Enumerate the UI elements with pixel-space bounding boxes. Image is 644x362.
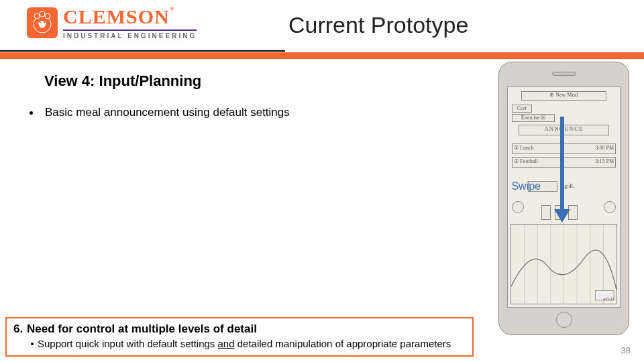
sketch-avgd: AVGD: [602, 296, 614, 302]
need-sub-pre: Support quick input with default setting…: [38, 338, 218, 349]
logo-main: CLEMSON®: [63, 5, 197, 28]
sketch-graph-svg: [511, 225, 616, 304]
tiger-paw-icon: [27, 7, 58, 38]
svg-point-1: [34, 13, 40, 19]
sketch-bar-1: [541, 205, 551, 220]
view-title: View 4: Input/Planning: [44, 72, 201, 90]
logo: CLEMSON® INDUSTRIAL ENGINEERING: [27, 5, 197, 40]
swipe-arrow-icon: [558, 117, 566, 224]
logo-text: CLEMSON® INDUSTRIAL ENGINEERING: [63, 5, 197, 40]
header-underline: [0, 50, 285, 52]
phone-speaker: [552, 72, 576, 76]
need-title: 6.Need for control at multiple levels of…: [13, 322, 466, 336]
need-sub-and: and: [218, 338, 235, 349]
sub-bullet-icon: [31, 343, 34, 345]
sketch-row2-right: 3:15 PM: [595, 158, 614, 165]
svg-point-3: [40, 11, 45, 17]
logo-sub: INDUSTRIAL ENGINEERING: [63, 32, 197, 40]
sketch-right-knob: [604, 201, 616, 213]
sketch-row2-left: ② Football: [514, 158, 538, 165]
need-number: 6.: [13, 322, 27, 336]
svg-point-2: [45, 13, 50, 19]
swipe-label: Swipe: [511, 180, 541, 192]
sketch-new-meal: ⊕ New Meal: [521, 91, 606, 101]
need-sub: Support quick input with default setting…: [31, 337, 466, 351]
phone-home-button: [556, 312, 572, 328]
bullet-dot-icon: [30, 111, 33, 115]
need-sub-post: detailed manipulation of appropriate par…: [235, 338, 451, 349]
arrow-head: [554, 209, 570, 223]
slide: CLEMSON® INDUSTRIAL ENGINEERING Current …: [0, 0, 644, 362]
svg-point-4: [40, 21, 41, 22]
logo-main-text: CLEMSON: [63, 5, 170, 27]
bullet-1: Basic meal announcement using default se…: [27, 106, 290, 119]
sketch-row1-left: ① Lunch: [514, 145, 533, 152]
sketch-graph: AVGD: [511, 224, 617, 304]
arrow-line: [560, 117, 564, 210]
svg-point-5: [44, 21, 45, 22]
page-number: 38: [621, 345, 631, 355]
sketch-row1-right: 3:00 PM: [595, 145, 614, 152]
page-title: Current Prototype: [288, 12, 468, 38]
sketch-left-knob: [512, 201, 524, 213]
bullet-1-text: Basic meal announcement using default se…: [45, 106, 290, 119]
need-box: 6.Need for control at multiple levels of…: [5, 317, 474, 357]
header: CLEMSON® INDUSTRIAL ENGINEERING Current …: [0, 0, 644, 52]
orange-bar: [0, 52, 644, 59]
paw-svg: [29, 9, 56, 36]
sketch-corr: Corr: [512, 105, 532, 113]
need-title-text: Need for control at multiple levels of d…: [27, 322, 257, 335]
sketch-exercise: Exercise ☒: [512, 114, 555, 122]
logo-reg: ®: [170, 5, 175, 12]
logo-divider: [63, 29, 197, 31]
